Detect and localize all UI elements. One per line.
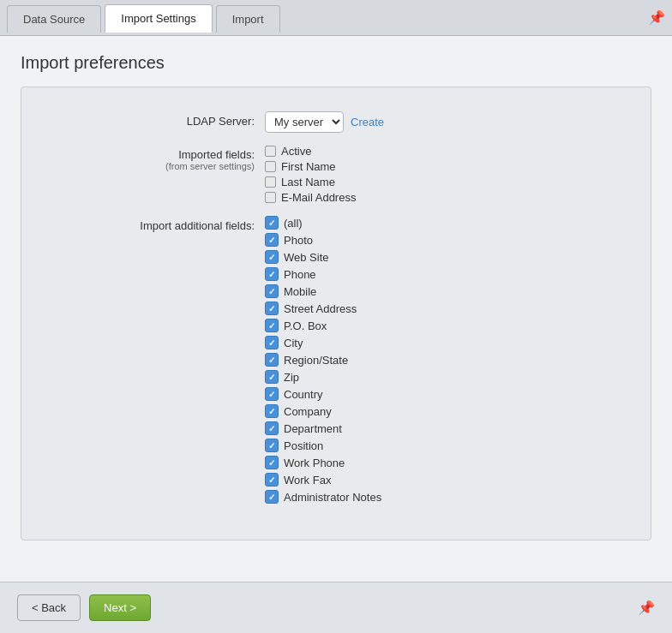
additional-field-checkbox[interactable] <box>265 439 279 452</box>
back-button[interactable]: < Back <box>17 594 81 621</box>
additional-field-label: Work Fax <box>284 474 331 487</box>
next-button[interactable]: Next > <box>89 594 151 621</box>
imported-field-label: First Name <box>281 160 336 173</box>
additional-field-label: Zip <box>284 371 299 384</box>
imported-fields-row: Imported fields: (from server settings) … <box>42 145 630 204</box>
additional-field-label: Phone <box>284 268 316 281</box>
additional-field-item[interactable]: (all) <box>265 216 630 230</box>
additional-field-item[interactable]: Department <box>265 421 630 435</box>
imported-field-item: Active <box>265 145 630 158</box>
create-link[interactable]: Create <box>351 116 384 128</box>
additional-field-label: Company <box>284 405 332 418</box>
ldap-server-label: LDAP Server: <box>42 111 265 128</box>
additional-field-checkbox[interactable] <box>265 370 279 384</box>
footer-pin-icon: 📌 <box>638 600 655 616</box>
imported-field-checkbox <box>265 176 276 188</box>
imported-field-label: Last Name <box>281 176 335 188</box>
main-content: Import preferences LDAP Server: My serve… <box>0 36 672 582</box>
imported-field-checkbox <box>265 146 276 157</box>
additional-field-checkbox[interactable] <box>265 302 279 315</box>
additional-field-label: Administrator Notes <box>284 491 381 504</box>
additional-field-label: Country <box>284 388 323 401</box>
additional-field-item[interactable]: Work Phone <box>265 456 630 469</box>
additional-field-label: Photo <box>284 234 313 247</box>
imported-fields-list: ActiveFirst NameLast NameE-Mail Address <box>265 145 630 204</box>
additional-field-checkbox[interactable] <box>265 456 279 469</box>
pin-icon: 📌 <box>648 9 665 26</box>
additional-field-label: (all) <box>284 217 303 230</box>
imported-field-label: E-Mail Address <box>281 191 356 204</box>
ldap-server-row: LDAP Server: My server Create <box>42 111 630 133</box>
imported-field-item: First Name <box>265 160 630 173</box>
additional-field-label: Work Phone <box>284 457 345 469</box>
ldap-server-value: My server Create <box>265 111 630 133</box>
additional-field-label: Region/State <box>284 354 348 367</box>
additional-field-label: Mobile <box>284 285 316 298</box>
tab-bar: Data Source Import Settings Import 📌 <box>0 0 672 36</box>
additional-field-checkbox[interactable] <box>265 387 279 401</box>
additional-field-item[interactable]: Position <box>265 439 630 452</box>
additional-field-checkbox[interactable] <box>265 233 279 247</box>
additional-field-checkbox[interactable] <box>265 319 279 332</box>
additional-field-item[interactable]: Company <box>265 404 630 418</box>
additional-field-checkbox[interactable] <box>265 353 279 367</box>
additional-field-label: P.O. Box <box>284 319 327 332</box>
ldap-server-controls: My server Create <box>265 111 630 133</box>
tab-import-settings[interactable]: Import Settings <box>105 4 212 33</box>
additional-field-label: City <box>284 337 303 349</box>
additional-field-item[interactable]: City <box>265 336 630 349</box>
additional-field-checkbox[interactable] <box>265 490 279 504</box>
additional-field-label: Street Address <box>284 302 357 315</box>
additional-field-item[interactable]: Region/State <box>265 353 630 367</box>
settings-panel: LDAP Server: My server Create Imported f… <box>21 87 651 540</box>
additional-field-label: Position <box>284 439 323 452</box>
imported-field-item: Last Name <box>265 176 630 188</box>
additional-field-item[interactable]: Administrator Notes <box>265 490 630 504</box>
additional-field-checkbox[interactable] <box>265 216 279 230</box>
additional-field-item[interactable]: Work Fax <box>265 473 630 487</box>
additional-field-item[interactable]: Phone <box>265 267 630 281</box>
additional-field-checkbox[interactable] <box>265 267 279 281</box>
imported-fields-label: Imported fields: (from server settings) <box>42 145 265 171</box>
additional-field-item[interactable]: Zip <box>265 370 630 384</box>
imported-field-item: E-Mail Address <box>265 191 630 204</box>
additional-field-checkbox[interactable] <box>265 284 279 298</box>
additional-field-checkbox[interactable] <box>265 250 279 264</box>
imported-field-label: Active <box>281 145 311 158</box>
additional-fields-label: Import additional fields: <box>42 216 265 232</box>
additional-field-item[interactable]: Web Site <box>265 250 630 264</box>
additional-field-checkbox[interactable] <box>265 336 279 349</box>
additional-field-checkbox[interactable] <box>265 421 279 435</box>
tab-data-source[interactable]: Data Source <box>7 5 101 33</box>
tab-import[interactable]: Import <box>216 5 280 33</box>
page-title: Import preferences <box>21 53 651 73</box>
imported-field-checkbox <box>265 161 276 172</box>
additional-field-item[interactable]: Mobile <box>265 284 630 298</box>
additional-field-label: Department <box>284 422 342 435</box>
additional-field-item[interactable]: Street Address <box>265 302 630 315</box>
additional-fields-list: (all)PhotoWeb SitePhoneMobileStreet Addr… <box>265 216 630 504</box>
additional-field-checkbox[interactable] <box>265 473 279 487</box>
additional-fields-row: Import additional fields: (all)PhotoWeb … <box>42 216 630 504</box>
additional-field-item[interactable]: P.O. Box <box>265 319 630 332</box>
imported-field-checkbox <box>265 192 276 203</box>
additional-field-item[interactable]: Country <box>265 387 630 401</box>
ldap-server-select[interactable]: My server <box>265 111 344 133</box>
footer: < Back Next > 📌 <box>0 582 672 633</box>
additional-field-item[interactable]: Photo <box>265 233 630 247</box>
app-window: Data Source Import Settings Import 📌 Imp… <box>0 0 672 633</box>
additional-field-checkbox[interactable] <box>265 404 279 418</box>
additional-field-label: Web Site <box>284 251 329 264</box>
